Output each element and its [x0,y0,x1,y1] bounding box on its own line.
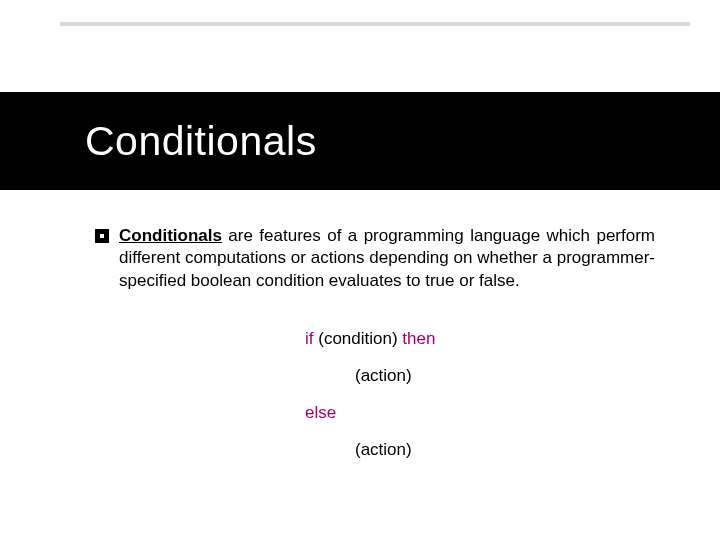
keyword-else: else [305,403,336,422]
code-line-if: if (condition) then [215,330,655,347]
keyword-conditionals: Conditionals [119,226,222,245]
code-line-action1: (action) [215,367,655,384]
body-region: Conditionals are features of a programmi… [95,225,655,478]
slide: Conditionals Conditionals are features o… [0,0,720,540]
keyword-then: then [402,329,435,348]
code-line-action2: (action) [215,441,655,458]
code-condition: (condition) [314,329,403,348]
definition-text: Conditionals are features of a programmi… [119,225,655,292]
bullet-item: Conditionals are features of a programmi… [95,225,655,292]
slide-title: Conditionals [0,118,317,165]
pseudocode-block: if (condition) then (action) else (actio… [215,330,655,458]
title-band: Conditionals [0,92,720,190]
bullet-icon [95,229,109,243]
code-line-else: else [215,404,655,421]
keyword-if: if [305,329,314,348]
top-divider [60,22,690,26]
